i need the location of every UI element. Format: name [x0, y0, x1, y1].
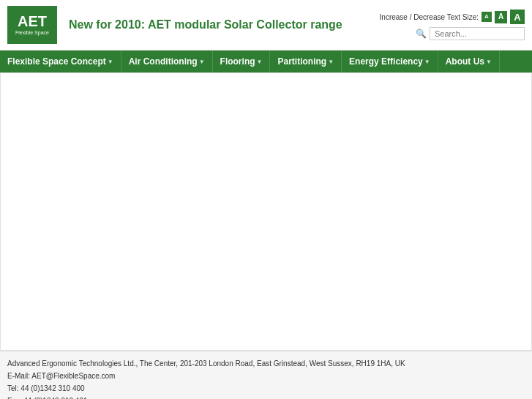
- footer-line3: Tel: 44 (0)1342 310 400: [7, 382, 525, 395]
- search-input[interactable]: [430, 27, 525, 40]
- nav-item-partitioning[interactable]: Partitioning▼: [270, 51, 342, 72]
- text-size-medium-button[interactable]: A: [495, 11, 507, 23]
- main-content: [0, 72, 532, 351]
- nav-item-label: Partitioning: [277, 56, 326, 67]
- nav-item-label: Flexible Space Concept: [7, 56, 106, 67]
- footer-line1: Advanced Ergonomic Technologies Ltd., Th…: [7, 357, 525, 370]
- chevron-down-icon: ▼: [257, 59, 263, 65]
- text-size-large-button[interactable]: A: [510, 10, 525, 24]
- footer-line4: Fax: 44 (0)1342 310 401: [7, 395, 525, 399]
- nav-item-flooring[interactable]: Flooring▼: [213, 51, 271, 72]
- text-size-controls: Increase / Decrease Text Size: A A A: [380, 10, 525, 24]
- nav-item-label: About Us: [446, 56, 484, 67]
- logo: AET Flexible Space: [7, 6, 57, 44]
- nav-item-flexible-space-concept[interactable]: Flexible Space Concept▼: [0, 51, 121, 72]
- logo-sub-text: Flexible Space: [15, 30, 49, 36]
- chevron-down-icon: ▼: [199, 59, 205, 65]
- nav-item-label: Air Conditioning: [129, 56, 198, 67]
- chevron-down-icon: ▼: [328, 59, 334, 65]
- logo-aet-text: AET: [18, 14, 47, 29]
- nav-item-air-conditioning[interactable]: Air Conditioning▼: [121, 51, 213, 72]
- header: AET Flexible Space New for 2010: AET mod…: [0, 0, 532, 51]
- text-size-small-button[interactable]: A: [482, 12, 492, 22]
- footer: Advanced Ergonomic Technologies Ltd., Th…: [0, 351, 532, 399]
- chevron-down-icon: ▼: [486, 59, 492, 65]
- main-nav: Flexible Space Concept▼Air Conditioning▼…: [0, 51, 532, 72]
- chevron-down-icon: ▼: [108, 59, 113, 65]
- nav-item-energy-efficiency[interactable]: Energy Efficiency▼: [342, 51, 438, 72]
- search-icon: 🔍: [416, 29, 427, 39]
- header-controls: Increase / Decrease Text Size: A A A 🔍: [380, 10, 525, 40]
- search-row: 🔍: [416, 27, 525, 40]
- nav-item-label: Flooring: [220, 56, 255, 67]
- text-size-label: Increase / Decrease Text Size:: [380, 13, 479, 21]
- footer-line2: E-Mail: AET@FlexibleSpace.com: [7, 370, 525, 382]
- page-title: New for 2010: AET modular Solar Collecto…: [57, 18, 380, 31]
- chevron-down-icon: ▼: [424, 59, 430, 65]
- nav-item-label: Energy Efficiency: [349, 56, 423, 67]
- nav-item-about-us[interactable]: About Us▼: [438, 51, 500, 72]
